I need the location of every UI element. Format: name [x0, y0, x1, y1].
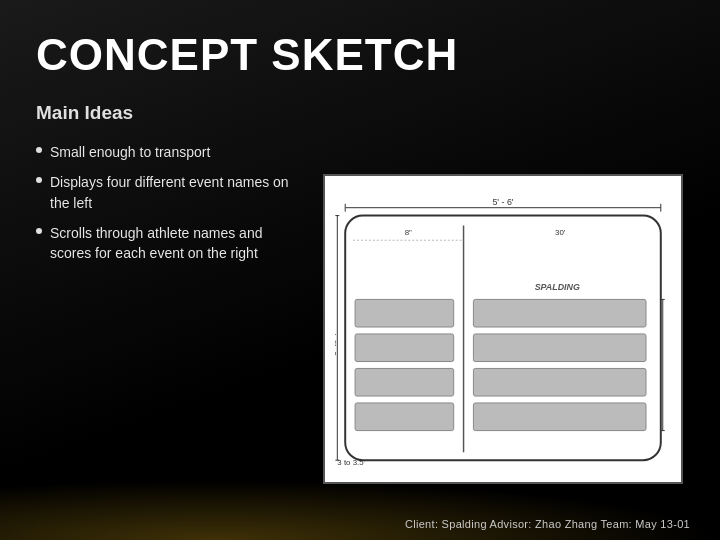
sketch-diagram: 5' - 6' 3" to 4' 8" 30'	[323, 174, 683, 484]
bullet-dot	[36, 228, 42, 234]
svg-text:3" to 4': 3" to 4'	[335, 331, 338, 355]
svg-text:8": 8"	[404, 228, 411, 237]
svg-rect-16	[355, 368, 454, 396]
svg-rect-14	[355, 299, 454, 327]
svg-rect-18	[473, 299, 646, 327]
sketch-inner: 5' - 6' 3" to 4' 8" 30'	[335, 186, 671, 472]
svg-rect-20	[473, 368, 646, 396]
list-item: Scrolls through athlete names and scores…	[36, 223, 301, 264]
svg-text:30': 30'	[555, 228, 566, 237]
svg-text:5' - 6': 5' - 6'	[492, 197, 513, 207]
slide-content: CONCEPT SKETCH Main Ideas Small enough t…	[0, 0, 720, 540]
svg-rect-19	[473, 334, 646, 362]
svg-rect-17	[355, 403, 454, 431]
bullet-text-3: Scrolls through athlete names and scores…	[50, 223, 301, 264]
bullet-list: Small enough to transport Displays four …	[36, 142, 301, 520]
list-item: Displays four different event names on t…	[36, 172, 301, 213]
bullet-dot	[36, 147, 42, 153]
sketch-svg: 5' - 6' 3" to 4' 8" 30'	[335, 186, 671, 472]
slide-title: CONCEPT SKETCH	[36, 30, 684, 80]
main-area: Small enough to transport Displays four …	[36, 138, 684, 520]
slide-subtitle: Main Ideas	[36, 102, 684, 124]
bullet-text-1: Small enough to transport	[50, 142, 210, 162]
bullet-dot	[36, 177, 42, 183]
svg-text:3 to 3.5': 3 to 3.5'	[337, 458, 365, 467]
list-item: Small enough to transport	[36, 142, 301, 162]
svg-rect-21	[473, 403, 646, 431]
bullet-text-2: Displays four different event names on t…	[50, 172, 301, 213]
svg-text:SPALDING: SPALDING	[534, 282, 579, 292]
sketch-area: 5' - 6' 3" to 4' 8" 30'	[321, 138, 684, 520]
svg-rect-15	[355, 334, 454, 362]
